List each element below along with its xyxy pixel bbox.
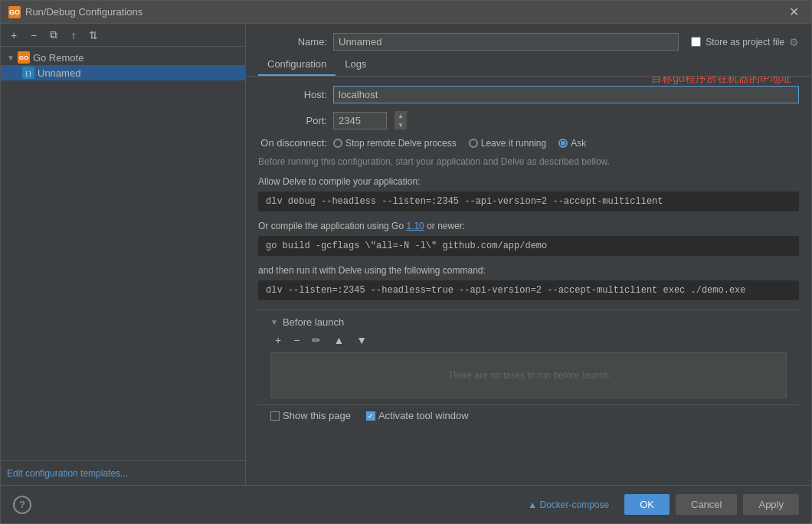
name-row: Name: Store as project file ⚙ 可以自己命名 [246, 24, 811, 54]
port-label: Port: [258, 115, 327, 126]
empty-tasks-text: There are no tasks to run before launch [448, 370, 609, 381]
tab-logs[interactable]: Logs [336, 54, 375, 76]
radio-ask[interactable]: Ask [558, 138, 586, 149]
sort-button[interactable]: ⇅ [85, 27, 102, 44]
left-footer: Edit configuration templates... [1, 460, 245, 485]
gear-icon[interactable]: ⚙ [789, 36, 799, 48]
copy-config-button[interactable]: ⧉ [45, 27, 62, 44]
config-panel: Host: 目标go程序所在机器的IP地址 Port: ▲ ▼ On [246, 77, 811, 485]
collapse-arrow-icon[interactable]: ▼ [270, 318, 278, 326]
disconnect-radio-group: Stop remote Delve process Leave it runni… [333, 138, 586, 149]
name-label: Name: [258, 36, 327, 47]
radio-ask-label: Ask [571, 138, 586, 149]
show-page-checkbox[interactable] [270, 411, 280, 421]
show-page-row: Show this page Activate tool window [258, 404, 799, 426]
move-up-button[interactable]: ↑ [65, 27, 82, 44]
left-panel: + − ⧉ ↑ ⇅ ▼ GO Go Remote { } Unnamed Edi… [1, 24, 246, 485]
info-text: Before running this configuration, start… [258, 156, 799, 167]
on-disconnect-label: On disconnect: [258, 137, 327, 149]
before-launch-section: ▼ Before launch + − ✏ ▲ ▼ There are no t… [258, 309, 799, 404]
host-row: Host: 目标go程序所在机器的IP地址 [258, 86, 799, 103]
host-label: Host: [258, 89, 327, 100]
close-button[interactable]: ✕ [784, 3, 804, 21]
before-launch-down-button[interactable]: ▼ [352, 332, 372, 348]
tree-group-label: Go Remote [33, 52, 83, 64]
tree-child-unnamed[interactable]: { } Unnamed [1, 65, 245, 80]
empty-tasks-area: There are no tasks to run before launch [270, 352, 787, 398]
cancel-button[interactable]: Cancel [676, 494, 737, 515]
port-increment-button[interactable]: ▲ [395, 111, 407, 120]
help-button[interactable]: ? [13, 496, 31, 514]
allow-compile-cmd: dlv debug --headless --listen=:2345 --ap… [258, 192, 799, 211]
remote-config-icon: { } [22, 67, 34, 79]
before-launch-remove-button[interactable]: − [289, 332, 304, 348]
store-as-project-label: Store as project file [706, 37, 784, 47]
left-toolbar: + − ⧉ ↑ ⇅ [1, 24, 245, 47]
port-spinner: ▲ ▼ [395, 111, 407, 129]
port-decrement-button[interactable]: ▼ [395, 120, 407, 129]
name-input[interactable] [333, 33, 679, 51]
before-launch-add-button[interactable]: + [270, 332, 286, 348]
port-input[interactable] [333, 112, 387, 129]
run-debug-dialog: GO Run/Debug Configurations ✕ + − ⧉ ↑ ⇅ … [0, 0, 812, 524]
activate-tool-label: Activate tool window [378, 410, 469, 421]
radio-ask-circle [558, 139, 568, 148]
allow-compile-title: Allow Delve to compile your application: [258, 176, 799, 187]
before-launch-header: ▼ Before launch [270, 316, 787, 328]
bottom-bar: ? ▲ Docker-compose OK Cancel Apply [1, 485, 811, 523]
chevron-down-icon: ▼ [7, 54, 15, 62]
title-bar-left: GO Run/Debug Configurations [8, 6, 142, 18]
on-disconnect-row: On disconnect: Stop remote Delve process… [258, 137, 799, 149]
tab-configuration[interactable]: Configuration [258, 54, 336, 76]
host-annotation: 目标go程序所在机器的IP地址 [651, 77, 791, 86]
go-group-icon: GO [18, 51, 30, 64]
go-version-link[interactable]: 1.10 [406, 221, 424, 231]
before-launch-up-button[interactable]: ▲ [329, 332, 349, 348]
show-page-checkbox-item: Show this page [270, 410, 351, 421]
store-as-project-checkbox[interactable] [691, 37, 701, 47]
config-tree: ▼ GO Go Remote { } Unnamed [1, 47, 245, 460]
before-launch-title: Before launch [283, 316, 344, 328]
top-section: Name: Store as project file ⚙ 可以自己命名 Con… [246, 24, 811, 77]
tabs-row: Configuration Logs [246, 54, 811, 77]
tree-group-go-remote[interactable]: ▼ GO Go Remote [1, 50, 245, 65]
go-icon: GO [8, 6, 21, 18]
run-cmd: dlv --listen=:2345 --headless=true --api… [258, 280, 799, 300]
radio-stop-circle [333, 139, 342, 148]
radio-leave-label: Leave it running [481, 138, 546, 149]
radio-leave-running[interactable]: Leave it running [469, 138, 546, 149]
radio-stop-label: Stop remote Delve process [345, 138, 457, 149]
or-compile-title: Or compile the application using Go 1.10… [258, 221, 799, 231]
show-page-label: Show this page [283, 410, 351, 421]
before-launch-toolbar: + − ✏ ▲ ▼ [270, 332, 787, 348]
before-launch-edit-button[interactable]: ✏ [307, 332, 326, 348]
window-title: Run/Debug Configurations [25, 6, 142, 18]
remove-config-button[interactable]: − [25, 27, 42, 44]
main-content: + − ⧉ ↑ ⇅ ▼ GO Go Remote { } Unnamed Edi… [1, 24, 811, 485]
host-input[interactable] [333, 86, 799, 103]
right-panel: Name: Store as project file ⚙ 可以自己命名 Con… [246, 24, 811, 485]
activate-tool-checkbox[interactable] [366, 411, 375, 421]
port-row: Port: ▲ ▼ [258, 111, 799, 129]
activate-tool-checkbox-item: Activate tool window [366, 410, 469, 421]
radio-stop-remote[interactable]: Stop remote Delve process [333, 138, 457, 149]
tree-child-label: Unnamed [38, 67, 80, 79]
docker-compose-link[interactable]: ▲ Docker-compose [528, 499, 609, 510]
apply-button[interactable]: Apply [743, 494, 799, 515]
ok-button[interactable]: OK [624, 494, 670, 515]
edit-templates-link[interactable]: Edit configuration templates... [7, 468, 128, 479]
add-config-button[interactable]: + [5, 27, 22, 44]
or-compile-cmd: go build -gcflags \"all=-N -l\" github.c… [258, 236, 799, 256]
title-bar: GO Run/Debug Configurations ✕ [1, 1, 811, 24]
run-title: and then run it with Delve using the fol… [258, 265, 799, 276]
action-buttons: ▲ Docker-compose OK Cancel Apply [528, 494, 799, 515]
radio-leave-circle [469, 139, 478, 148]
